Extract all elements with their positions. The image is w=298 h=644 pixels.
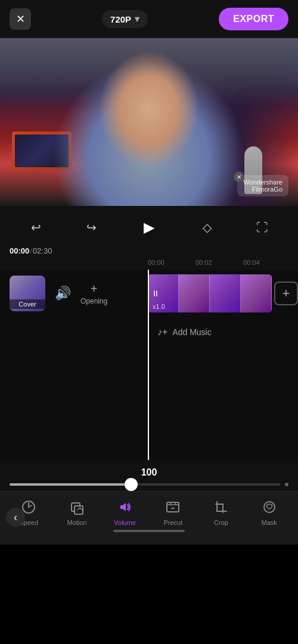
watermark: ✕ Wondershare FilmoraGo xyxy=(237,175,288,196)
fullscreen-icon: ⛶ xyxy=(256,221,268,235)
opening-label: Opening xyxy=(80,297,107,305)
toolbar-item-volume[interactable]: Volume xyxy=(107,498,143,526)
volume-slider-thumb[interactable] xyxy=(125,478,138,491)
slider-end-dot xyxy=(285,483,288,486)
svg-rect-3 xyxy=(167,502,179,512)
svg-rect-2 xyxy=(74,506,83,514)
ruler-mark-0: 00:00 xyxy=(148,259,195,266)
ruler-mark-2: 00:04 xyxy=(243,259,291,266)
clip-frame-3 xyxy=(210,274,241,312)
close-icon: ✕ xyxy=(16,12,25,26)
toolbar-item-crop[interactable]: Crop xyxy=(203,498,239,526)
clip-frames xyxy=(148,274,272,312)
redo-button[interactable]: ↪ xyxy=(79,215,103,239)
header: ✕ 720P ▾ EXPORT xyxy=(0,0,298,38)
precut-icon xyxy=(163,498,182,517)
motion-icon xyxy=(67,498,86,517)
timeline-controls: ↩ ↪ ▶ ◇ ⛶ 00:00 / 02:30 00:00 00:02 00:0… xyxy=(0,206,298,270)
volume-slider-track[interactable] xyxy=(10,483,280,486)
watermark-line1: Wondershare xyxy=(243,179,283,186)
volume-icon xyxy=(116,498,135,517)
watermark-line2: FilmoraGo xyxy=(252,186,283,193)
clip-speed-label: x1.0 xyxy=(153,303,165,310)
volume-track-icon[interactable]: 🔊 xyxy=(55,286,71,301)
precut-label: Precut xyxy=(163,519,182,526)
toolbar-item-precut[interactable]: Precut xyxy=(155,498,191,526)
crop-icon xyxy=(212,498,231,517)
current-time: 00:00 xyxy=(10,246,29,255)
home-indicator xyxy=(113,530,185,532)
redo-icon: ↪ xyxy=(86,220,97,235)
undo-button[interactable]: ↩ xyxy=(24,215,48,239)
export-button[interactable]: EXPORT xyxy=(219,8,288,30)
motion-label: Motion xyxy=(67,519,86,526)
playhead xyxy=(148,270,149,460)
track-label-area: Cover 🔊 + Opening xyxy=(0,276,148,311)
chevron-down-icon: ▾ xyxy=(135,14,139,24)
add-clip-button[interactable]: + xyxy=(274,282,298,305)
video-preview: ✕ Wondershare FilmoraGo xyxy=(0,38,298,206)
back-icon: ‹ xyxy=(14,511,17,524)
diamond-icon: ◇ xyxy=(203,220,212,235)
playback-buttons: ↩ ↪ ▶ ◇ ⛶ xyxy=(0,213,298,242)
video-background: ✕ Wondershare FilmoraGo xyxy=(0,38,298,206)
clip-track: ⏸ x1.0 + xyxy=(148,270,298,317)
volume-value: 100 xyxy=(10,467,288,478)
clip-frame-2 xyxy=(179,274,210,312)
svg-point-4 xyxy=(264,502,275,512)
mask-icon xyxy=(260,498,279,517)
play-button[interactable]: ▶ xyxy=(135,213,163,242)
play-icon: ▶ xyxy=(144,219,154,236)
back-button[interactable]: ‹ xyxy=(6,508,25,527)
mask-label: Mask xyxy=(261,519,277,526)
volume-area: 100 xyxy=(0,460,298,491)
timeline-area: Cover 🔊 + Opening ⏸ x1.0 + xyxy=(0,270,298,460)
volume-toolbar-label: Volume xyxy=(114,519,136,526)
cover-thumbnail[interactable]: Cover xyxy=(10,276,45,311)
crop-label: Crop xyxy=(214,519,228,526)
plus-icon: + xyxy=(91,282,98,296)
timecode: 00:00 / 02:30 xyxy=(0,246,298,255)
timecode-separator: / xyxy=(30,246,32,255)
timeline-ruler: 00:00 00:02 00:04 xyxy=(0,258,298,267)
music-note-icon: ♪+ xyxy=(157,327,167,337)
undo-icon: ↩ xyxy=(31,220,41,235)
cover-label: Cover xyxy=(10,299,45,309)
fullscreen-button[interactable]: ⛶ xyxy=(250,215,274,239)
video-clip[interactable]: ⏸ x1.0 xyxy=(148,274,272,312)
main-track-row: Cover 🔊 + Opening ⏸ x1.0 + xyxy=(0,270,298,317)
volume-slider-container xyxy=(10,483,288,486)
bottom-toolbar: ‹ Speed Motion xyxy=(0,491,298,545)
ruler-mark-1: 00:02 xyxy=(195,259,243,266)
music-track-row: ♪+ Add Music xyxy=(0,317,298,347)
total-time: 02:30 xyxy=(33,246,52,255)
volume-slider-fill xyxy=(10,483,131,486)
clip-pause-icon: ⏸ xyxy=(151,289,160,298)
toolbar-item-mask[interactable]: Mask xyxy=(252,498,287,526)
quality-selector[interactable]: 720P ▾ xyxy=(102,10,148,28)
add-music-button[interactable]: ♪+ Add Music xyxy=(157,327,212,337)
toolbar-item-motion[interactable]: Motion xyxy=(59,498,95,526)
opening-button[interactable]: + Opening xyxy=(80,282,107,305)
quality-label: 720P xyxy=(110,14,131,24)
add-music-label: Add Music xyxy=(172,327,211,337)
toolbar-items: Speed Motion Volume xyxy=(0,498,298,526)
clip-frame-4 xyxy=(241,274,272,312)
keyframe-button[interactable]: ◇ xyxy=(195,215,219,239)
close-button[interactable]: ✕ xyxy=(10,8,31,30)
